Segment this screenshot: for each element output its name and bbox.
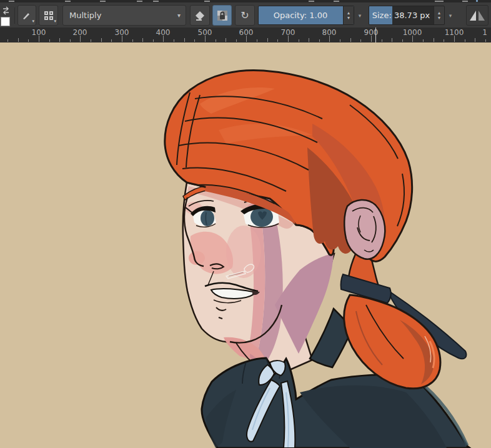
brush-preset-button[interactable]: ▾ — [17, 5, 36, 26]
fg-bg-color-selector[interactable] — [1, 4, 13, 28]
blending-mode-dropdown[interactable]: Multiply ▾ — [62, 5, 186, 26]
size-spinner[interactable]: ▴ ▾ — [434, 6, 444, 24]
preserve-alpha-button[interactable] — [212, 5, 232, 26]
canvas-viewport[interactable] — [0, 42, 491, 448]
spinner-down-icon[interactable]: ▾ — [347, 16, 350, 21]
mirror-horizontal-icon — [469, 9, 485, 22]
dropdown-caret-icon: ▾ — [32, 19, 34, 24]
background-color-swatch[interactable] — [1, 17, 10, 26]
opacity-options-caret[interactable]: ▾ — [355, 11, 364, 20]
dropdown-caret-icon: ▾ — [54, 19, 56, 24]
brush-preset-icon — [21, 10, 32, 21]
size-options-caret[interactable]: ▾ — [446, 11, 455, 20]
brush-toolbar: ▾ ▾ Multiply ▾ — [0, 2, 491, 27]
reload-icon: ↻ — [241, 11, 249, 21]
blending-mode-value: Multiply — [63, 11, 177, 20]
ruler-cursor-indicator — [375, 27, 376, 42]
krita-window: ▾ ▾ Multiply ▾ — [0, 0, 491, 448]
dropdown-caret-icon: ▾ — [177, 12, 186, 19]
swap-colors-icon[interactable] — [1, 6, 11, 16]
size-slider[interactable]: Size: 38.73 px ▴ ▾ — [369, 6, 445, 25]
toolbar-separator — [14, 7, 15, 24]
opacity-spinner[interactable]: ▴ ▾ — [343, 6, 354, 24]
opacity-slider[interactable]: Opacity: 1.00 ▴ ▾ — [258, 6, 354, 25]
portrait-artwork — [0, 42, 491, 448]
opacity-value: Opacity: 1.00 — [259, 6, 342, 24]
eraser-mode-button[interactable] — [190, 5, 210, 26]
eraser-icon — [194, 10, 206, 21]
size-value: Size: 38.73 px — [369, 6, 433, 24]
patterns-button[interactable]: ▾ — [39, 5, 58, 26]
reload-preset-button[interactable]: ↻ — [235, 5, 255, 26]
spinner-down-icon[interactable]: ▾ — [438, 16, 440, 21]
preserve-alpha-icon — [217, 10, 228, 21]
patterns-icon — [43, 10, 54, 21]
mirror-horizontal-button[interactable] — [466, 5, 489, 26]
horizontal-ruler: 100200300400500600700800900100011001 — [0, 27, 491, 42]
